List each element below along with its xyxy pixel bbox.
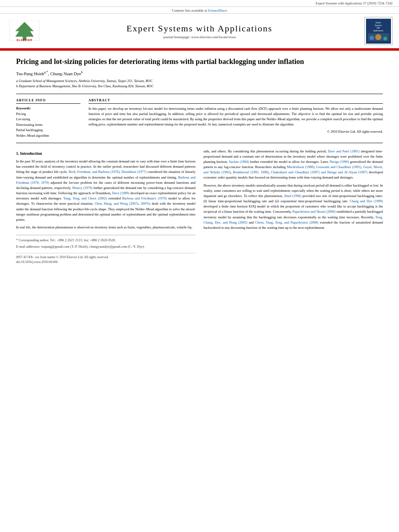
article-info-heading: ARTICLE INFO	[16, 98, 80, 104]
ref-benk: Benkherouf (1995, 1998)	[233, 170, 269, 174]
author-a-sup: a,*	[44, 70, 48, 74]
citation-text: Expert Systems with Applications 37 (201…	[316, 1, 393, 5]
svg-text:Applications: Applications	[373, 29, 384, 31]
footer-doi: doi:10.1016/j.eswa.2010.04.004	[16, 260, 195, 265]
ref-chen: Chen, Hung, and Weng (2007a, 2007b)	[95, 201, 150, 205]
elsevier-logo-container: ELSEVIER	[6, 20, 43, 42]
ref-barbosa: Barbosa and Friedman (1978, 1979)	[16, 175, 195, 185]
affiliation-b: b Department of Business Management, Shu…	[16, 84, 383, 89]
page: Expert Systems with Applications 37 (201…	[0, 0, 399, 532]
keywords-heading: Keywords:	[16, 106, 80, 110]
sciencedirect-link[interactable]: ScienceDirect	[208, 8, 227, 12]
ref-dave: Dave (1989)	[112, 191, 130, 195]
ref-goswami: Goswami and Chaudhuri (1991)	[316, 165, 361, 169]
author-b-sup: b	[81, 70, 83, 74]
journal-banner: ELSEVIER Expert Systems with Application…	[0, 14, 399, 48]
ref-henery: Henery (1979)	[72, 186, 93, 190]
journal-title: Expert Systems with Applications	[43, 23, 356, 34]
col2-para-1: uids, and others. By considering this ph…	[204, 149, 383, 181]
author-b-name: Chung-Yuan Dye	[50, 71, 81, 76]
affiliations: a Graduate School of Management Sciences…	[16, 78, 383, 89]
section1-title: 1. Introduction	[16, 150, 195, 157]
two-column-body: 1. Introduction In the past 30 years, an…	[16, 149, 383, 265]
affiliation-a: a Graduate School of Management Sciences…	[16, 78, 383, 84]
author-a-name: Tsu-Pang Hsieh	[16, 71, 44, 76]
ref-donaldson: Donaldson (1977)	[121, 170, 146, 174]
authors-line: Tsu-Pang Hsieha,*, Chung-Yuan Dyeb	[16, 70, 383, 76]
footnote-corresponding: * Corresponding author. Tel.: +886 2 262…	[16, 238, 195, 243]
svg-point-9	[370, 35, 374, 40]
footer-issn: 0957-4174/$ - see front matter © 2010 El…	[16, 255, 195, 260]
main-content: Pricing and lot-sizing policies for dete…	[0, 51, 399, 273]
article-body: ARTICLE INFO Keywords: Pricing Lot-sizin…	[16, 94, 383, 143]
journal-title-center: Expert Systems with Applications journal…	[43, 23, 356, 39]
abstract-section: ABSTRACT In this paper, we develop an in…	[88, 98, 383, 139]
footnote-section: * Corresponding author. Tel.: +886 2 262…	[16, 235, 195, 249]
keywords-section: Keywords: Pricing Lot-sizing Deteriorati…	[16, 106, 80, 139]
abstract-heading: ABSTRACT	[88, 98, 383, 104]
ref-chern: Chern, Yang, Teng, and Papachristos (200…	[255, 220, 319, 224]
ref-murdeshwar: Murdeshwar (1988)	[287, 165, 314, 169]
svg-point-10	[375, 34, 381, 40]
right-column: uids, and others. By considering this ph…	[204, 149, 383, 265]
ref-chakra: Chakrabarti and Chaudhuri (1997) and Har…	[271, 170, 368, 174]
elsevier-logo-svg: ELSEVIER	[8, 20, 41, 42]
journal-top-bar: Contents lists available at ScienceDirec…	[0, 7, 399, 14]
journal-header: Expert Systems with Applications 37 (201…	[0, 0, 399, 49]
keywords-list: Pricing Lot-sizing Deteriorating items P…	[16, 111, 80, 139]
ref-chang-dye: Chang and Dye (1999)	[350, 199, 383, 203]
keyword-4: Partial backlogging	[16, 127, 80, 133]
svg-text:Systems: Systems	[374, 24, 382, 26]
journal-cover-thumbnail: Expert Systems with Applications	[364, 17, 393, 45]
footer-section: 0957-4174/$ - see front matter © 2010 El…	[16, 253, 195, 265]
article-title: Pricing and lot-sizing policies for dete…	[16, 57, 383, 66]
ref-papach: Papachristos and Skouri (2000)	[292, 210, 335, 214]
svg-text:Expert: Expert	[376, 21, 381, 23]
homepage-label: journal homepage: www.elsevier.com/locat…	[163, 35, 236, 39]
ref-barbosa2: Barbosa and Friedman's (1978)	[122, 196, 167, 200]
abstract-text: In this paper, we develop an inventory l…	[88, 106, 383, 127]
svg-text:ELSEVIER: ELSEVIER	[16, 39, 32, 41]
copyright-notice: © 2010 Elsevier Ltd. All rights reserved…	[88, 129, 383, 134]
article-citation: Expert Systems with Applications 37 (201…	[0, 0, 399, 7]
keyword-3: Deteriorating items	[16, 122, 80, 128]
keyword-5: Nelder–Mead algorithm	[16, 133, 80, 139]
ref-hariga: Hariga (1996)	[329, 160, 349, 164]
ref-abad: Abad (1996)	[284, 194, 301, 198]
ref-resh: Resh, Friedman, and Barbosa (1976)	[69, 170, 120, 174]
keyword-1: Pricing	[16, 111, 80, 117]
contents-label: Contents lists available at	[172, 8, 207, 12]
journal-homepage: journal homepage: www.elsevier.com/locat…	[43, 35, 356, 39]
journal-logo-right: Expert Systems with Applications	[356, 17, 393, 45]
intro-para-2: In real life, the deterioration phenomen…	[16, 225, 195, 230]
svg-point-11	[383, 37, 387, 41]
svg-text:with: with	[376, 27, 380, 29]
section1-title-text: 1. Introduction	[16, 151, 42, 156]
article-info-panel: ARTICLE INFO Keywords: Pricing Lot-sizin…	[16, 98, 80, 139]
ref-sachan: Sachan (1984)	[229, 160, 249, 164]
ref-dave-patel: Dave and Patel (1981)	[328, 149, 360, 153]
intro-para-1: In the past 30 years, analysis of the in…	[16, 159, 195, 222]
footnote-email: E-mail addresses: tsupang@gmail.com (T.-…	[16, 244, 195, 249]
left-column: 1. Introduction In the past 30 years, an…	[16, 149, 195, 265]
col2-para-2: However, the above inventory models unre…	[204, 183, 383, 231]
ref-yang: Yang, Teng, and Chern (2002)	[63, 196, 107, 200]
keyword-2: Lot-sizing	[16, 117, 80, 122]
